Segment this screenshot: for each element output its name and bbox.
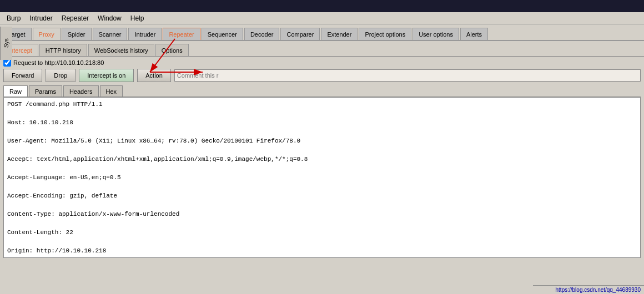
intercept-header: Request to http://10.10.10.218:80 [3,59,641,67]
drop-button[interactable]: Drop [46,69,76,82]
tab-extender[interactable]: Extender [321,28,358,40]
buttons-row: Forward Drop Intercept is on Action [3,69,641,82]
tab-user-options[interactable]: User options [412,28,459,40]
tab-sequencer[interactable]: Sequencer [202,28,243,40]
menu-bar: Burp Intruder Repeater Window Help [0,12,644,24]
content-area: Intercept HTTP history WebSockets histor… [0,41,644,260]
title-bar [0,0,644,12]
intercept-on-button[interactable]: Intercept is on [79,69,134,82]
menu-help[interactable]: Help [126,13,149,23]
sub-tabs: Intercept HTTP history WebSockets histor… [0,41,644,57]
tab-intruder[interactable]: Intruder [128,28,162,40]
main-tabs: Target Proxy Spider Scanner Intruder Rep… [0,24,644,41]
tab-project-options[interactable]: Project options [359,28,411,40]
intercept-url: Request to http://10.10.10.218:80 [13,59,104,66]
tab-scanner[interactable]: Scanner [93,28,128,40]
tab-spider[interactable]: Spider [62,28,92,40]
view-tabs: Raw Params Headers Hex [3,84,641,97]
sub-tab-http-history[interactable]: HTTP history [39,44,87,56]
tab-comparer[interactable]: Comparer [280,28,320,40]
tab-proxy[interactable]: Proxy [33,28,61,40]
sub-tab-options[interactable]: Options [155,44,189,56]
intercept-checkbox[interactable] [3,59,11,67]
menu-window[interactable]: Window [93,13,126,23]
request-body[interactable]: POST /command.php HTTP/1.1 Host: 10.10.1… [3,97,641,258]
view-tab-raw[interactable]: Raw [3,85,28,97]
sys-label: Sys [0,27,12,60]
comment-input[interactable] [174,69,641,82]
menu-repeater[interactable]: Repeater [57,13,93,23]
forward-button[interactable]: Forward [3,69,42,82]
intercept-panel: Request to http://10.10.10.218:80 Forwar… [0,57,644,260]
tab-alerts[interactable]: Alerts [460,28,488,40]
view-tab-headers[interactable]: Headers [63,85,99,97]
sub-tab-websockets-history[interactable]: WebSockets history [88,44,154,56]
status-bar: https://blog.csdn.net/qq_44689930 [533,285,644,294]
tab-repeater[interactable]: Repeater [163,28,200,40]
menu-burp[interactable]: Burp [2,13,25,23]
tab-decoder[interactable]: Decoder [244,28,280,40]
view-tab-hex[interactable]: Hex [100,85,123,97]
action-button[interactable]: Action [137,69,171,82]
view-tab-params[interactable]: Params [29,85,62,97]
menu-intruder[interactable]: Intruder [25,13,57,23]
